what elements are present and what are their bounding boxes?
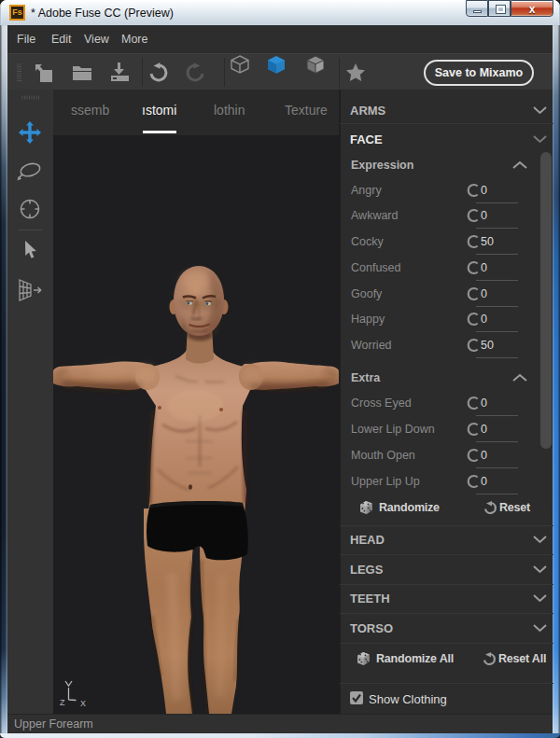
svg-text:Z: Z — [60, 698, 65, 707]
svg-text:X: X — [80, 699, 86, 708]
